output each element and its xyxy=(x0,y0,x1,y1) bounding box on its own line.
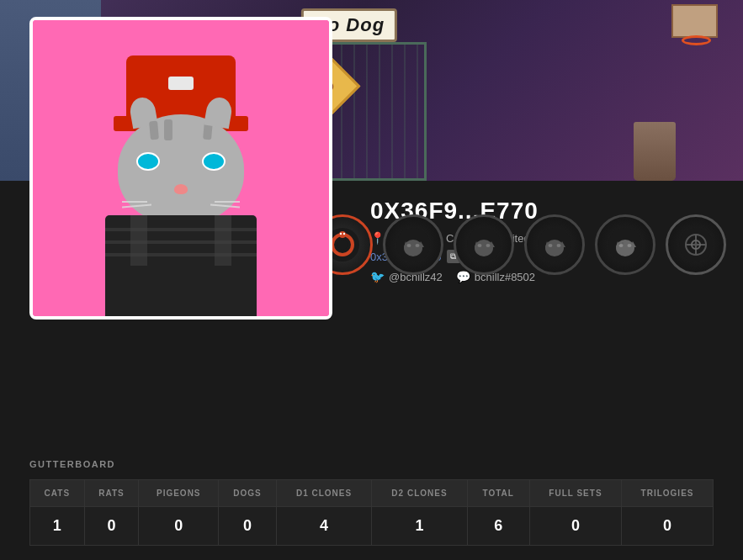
col-header-pigeons: PIGEONS xyxy=(139,480,219,507)
col-header-cats: CATS xyxy=(30,480,85,507)
svg-point-40 xyxy=(478,244,482,247)
val-rats: 0 xyxy=(84,507,139,546)
col-header-trilogies: TRILOGIES xyxy=(622,480,714,507)
profile-picture xyxy=(29,17,332,320)
dark-badge-3-icon xyxy=(537,227,572,262)
svg-point-43 xyxy=(545,240,564,256)
dark-badge-2-icon xyxy=(466,227,502,262)
svg-point-47 xyxy=(557,244,561,247)
col-header-dogs: DOGS xyxy=(219,480,277,507)
svg-point-29 xyxy=(343,233,345,235)
svg-point-49 xyxy=(616,240,634,256)
svg-point-55 xyxy=(622,242,624,244)
svg-point-34 xyxy=(407,244,411,247)
svg-point-28 xyxy=(340,233,342,235)
credential-badge-dark-3[interactable] xyxy=(524,214,585,275)
gutterboard-section: GUTTERBOARD CATS RATS PIGEONS DOGS D1 CL… xyxy=(29,446,714,560)
svg-point-37 xyxy=(475,240,493,256)
val-d2clones: 1 xyxy=(372,507,467,546)
cat-avatar xyxy=(33,20,329,316)
credential-badge-dark-4[interactable] xyxy=(595,214,655,275)
val-cats: 1 xyxy=(30,507,85,546)
col-header-fullsets: FULL SETS xyxy=(529,480,621,507)
val-trilogies: 0 xyxy=(622,507,714,546)
gutterboard-data-row: 1 0 0 0 4 1 6 0 0 xyxy=(30,507,714,546)
val-fullsets: 0 xyxy=(529,507,621,546)
val-total: 6 xyxy=(467,507,529,546)
gutterboard-table: CATS RATS PIGEONS DOGS D1 CLONES D2 CLON… xyxy=(29,479,714,546)
svg-point-27 xyxy=(339,231,346,238)
svg-point-26 xyxy=(337,240,348,250)
dark-badge-4-icon xyxy=(608,227,643,262)
col-header-d1clones: D1 CLONES xyxy=(276,480,371,507)
svg-point-46 xyxy=(549,244,553,247)
svg-point-54 xyxy=(618,243,620,245)
col-header-d2clones: D2 CLONES xyxy=(372,480,467,507)
svg-point-41 xyxy=(486,244,491,247)
credential-badge-dark-1[interactable] xyxy=(383,214,443,275)
basketball-hoop xyxy=(659,0,726,84)
val-pigeons: 0 xyxy=(139,507,219,546)
val-d1clones: 4 xyxy=(276,507,371,546)
val-dogs: 0 xyxy=(219,507,277,546)
gutterboard-label: GUTTERBOARD xyxy=(29,459,714,469)
dark-badge-5-icon xyxy=(678,227,714,262)
svg-point-61 xyxy=(694,243,698,246)
svg-point-31 xyxy=(404,240,422,256)
col-header-total: TOTAL xyxy=(467,480,529,507)
svg-point-35 xyxy=(416,244,420,247)
gutterboard-header-row: CATS RATS PIGEONS DOGS D1 CLONES D2 CLON… xyxy=(30,480,714,507)
dark-badge-1-icon xyxy=(395,227,431,262)
col-header-rats: RATS xyxy=(84,480,139,507)
credential-badge-dark-2[interactable] xyxy=(454,214,514,275)
credential-badge-dark-5[interactable] xyxy=(666,214,726,275)
svg-point-53 xyxy=(628,244,632,247)
trash-can xyxy=(634,122,676,181)
